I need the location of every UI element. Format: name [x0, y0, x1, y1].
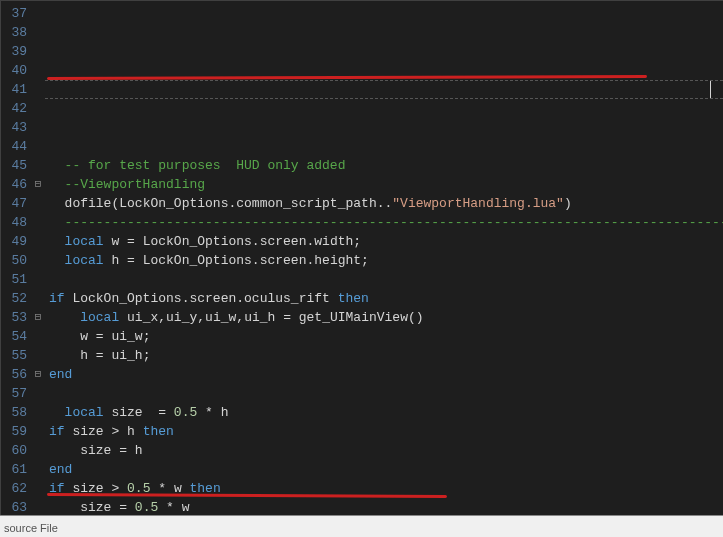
line-number: 39 — [1, 42, 31, 61]
line-number: 51 — [1, 270, 31, 289]
line-number: 49 — [1, 232, 31, 251]
line-number: 41 — [1, 80, 31, 99]
line-number: 38 — [1, 23, 31, 42]
fold-marker — [31, 251, 45, 270]
line-number: 54 — [1, 327, 31, 346]
line-number: 63 — [1, 498, 31, 515]
fold-marker — [31, 42, 45, 61]
code-line[interactable]: size = 0.5 * w — [49, 498, 723, 515]
line-number: 60 — [1, 441, 31, 460]
fold-marker — [31, 346, 45, 365]
line-number: 52 — [1, 289, 31, 308]
code-area[interactable]: -- for test purposes HUD only added --Vi… — [45, 1, 723, 515]
status-text: source File — [4, 522, 58, 534]
line-number: 46 — [1, 175, 31, 194]
code-editor[interactable]: 3738394041424344454647484950515253545556… — [0, 0, 723, 515]
fold-marker — [31, 156, 45, 175]
code-line[interactable]: w = ui_w; — [49, 327, 723, 346]
code-line[interactable]: local size = 0.5 * h — [49, 403, 723, 422]
line-number: 53 — [1, 308, 31, 327]
fold-marker[interactable]: ⊟ — [31, 175, 45, 194]
text-cursor — [710, 81, 711, 98]
fold-marker — [31, 80, 45, 99]
code-line[interactable]: --ViewportHandling — [49, 175, 723, 194]
code-line[interactable]: local w = LockOn_Options.screen.width; — [49, 232, 723, 251]
fold-marker — [31, 289, 45, 308]
line-number: 48 — [1, 213, 31, 232]
annotation-underline-1 — [47, 75, 647, 80]
line-number: 44 — [1, 137, 31, 156]
code-line[interactable] — [49, 118, 723, 137]
fold-marker — [31, 498, 45, 515]
fold-marker — [31, 403, 45, 422]
fold-gutter[interactable]: ⊟⊟⊟ — [31, 1, 45, 515]
fold-marker — [31, 327, 45, 346]
fold-marker[interactable]: ⊟ — [31, 308, 45, 327]
line-number: 40 — [1, 61, 31, 80]
fold-marker — [31, 118, 45, 137]
fold-marker — [31, 232, 45, 251]
code-line[interactable]: -- for test purposes HUD only added — [49, 156, 723, 175]
fold-marker — [31, 4, 45, 23]
code-line[interactable]: size = h — [49, 441, 723, 460]
line-number: 43 — [1, 118, 31, 137]
code-line[interactable]: local ui_x,ui_y,ui_w,ui_h = get_UIMainVi… — [49, 308, 723, 327]
line-number: 62 — [1, 479, 31, 498]
fold-marker — [31, 213, 45, 232]
fold-marker — [31, 61, 45, 80]
fold-marker — [31, 270, 45, 289]
fold-marker — [31, 441, 45, 460]
line-number: 57 — [1, 384, 31, 403]
line-number: 61 — [1, 460, 31, 479]
line-number: 55 — [1, 346, 31, 365]
line-number: 45 — [1, 156, 31, 175]
fold-marker — [31, 194, 45, 213]
fold-marker — [31, 422, 45, 441]
line-number: 59 — [1, 422, 31, 441]
fold-marker[interactable]: ⊟ — [31, 365, 45, 384]
line-number-gutter: 3738394041424344454647484950515253545556… — [1, 1, 31, 515]
fold-marker — [31, 23, 45, 42]
fold-marker — [31, 99, 45, 118]
code-line[interactable]: end — [49, 365, 723, 384]
code-line[interactable]: ----------------------------------------… — [49, 213, 723, 232]
line-number: 58 — [1, 403, 31, 422]
code-line[interactable]: h = ui_h; — [49, 346, 723, 365]
code-line[interactable] — [49, 137, 723, 156]
fold-marker — [31, 137, 45, 156]
code-line[interactable] — [49, 384, 723, 403]
line-number: 56 — [1, 365, 31, 384]
fold-marker — [31, 460, 45, 479]
code-line[interactable]: if LockOn_Options.screen.oculus_rift the… — [49, 289, 723, 308]
code-line[interactable] — [49, 270, 723, 289]
code-line[interactable]: if size > h then — [49, 422, 723, 441]
line-number: 42 — [1, 99, 31, 118]
code-line[interactable]: dofile(LockOn_Options.common_script_path… — [49, 194, 723, 213]
line-number: 47 — [1, 194, 31, 213]
code-line[interactable]: local h = LockOn_Options.screen.height; — [49, 251, 723, 270]
current-line-highlight — [45, 80, 723, 99]
fold-marker — [31, 384, 45, 403]
line-number: 37 — [1, 4, 31, 23]
status-bar: source File — [0, 515, 723, 537]
code-line[interactable]: end — [49, 460, 723, 479]
fold-marker — [31, 479, 45, 498]
line-number: 50 — [1, 251, 31, 270]
